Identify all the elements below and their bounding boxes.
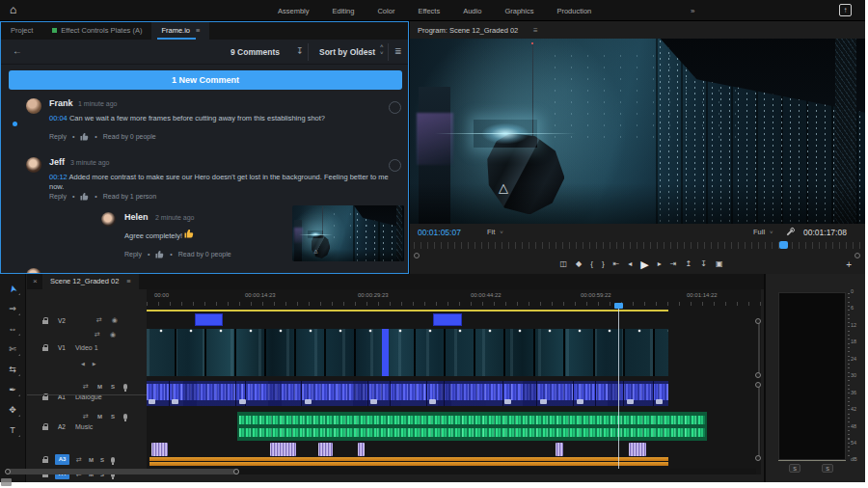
home-icon[interactable]: ⌂ (10, 3, 16, 16)
workspace-tab[interactable]: Production (556, 7, 591, 15)
scroll-handle[interactable] (755, 382, 761, 388)
sfx-clip[interactable] (270, 443, 296, 456)
track-header-a3[interactable]: A3 ⇄ M S (42, 454, 115, 465)
avatar[interactable] (26, 98, 41, 114)
resolve-checkbox[interactable] (389, 159, 401, 172)
lift-button[interactable]: ↥ (686, 258, 692, 271)
track-header-v1[interactable]: V1 Video 1 (42, 344, 98, 351)
voiceover-record-icon[interactable] (111, 457, 115, 463)
read-receipt[interactable]: Read by 0 people (178, 251, 231, 258)
playhead-handle[interactable] (614, 303, 623, 309)
workspace-tab[interactable]: Editing (333, 7, 355, 15)
horizontal-scrollbar-thumb[interactable] (6, 469, 239, 474)
track-header-a2[interactable]: A2 Music (42, 423, 93, 430)
scroll-handle[interactable] (755, 318, 761, 324)
mute-button[interactable]: M (97, 414, 102, 420)
reply-button[interactable]: Reply (49, 193, 67, 200)
panel-menu-icon[interactable]: ≡ (196, 26, 200, 35)
sequence-tab[interactable]: Scene 12_Graded 02≡ (42, 274, 139, 289)
solo-button[interactable]: S (100, 457, 104, 463)
eye-icon[interactable]: ◉ (110, 331, 116, 339)
voiceover-clip-bottom[interactable] (149, 462, 668, 466)
zoom-handle-right[interactable] (233, 469, 239, 474)
go-to-out-button[interactable]: ⇥ (670, 258, 677, 271)
sfx-clip[interactable] (556, 443, 563, 456)
panel-menu-icon[interactable]: ≡ (126, 277, 130, 285)
track-id[interactable]: A2 (58, 423, 66, 430)
track-header-v2[interactable]: V2 ⇄ ◉ (42, 316, 118, 324)
comment-author[interactable]: Frank (49, 98, 73, 108)
read-receipt[interactable]: Read by 1 person (103, 193, 156, 200)
comment-timecode-link[interactable]: 00:12 (49, 173, 68, 181)
step-back-button[interactable]: ◂ (628, 258, 632, 271)
quick-export-icon[interactable]: ↑ (839, 4, 852, 16)
timeline-track-area[interactable]: 00:0000:00:14:2300:00:29:2300:00:44:2200… (147, 289, 761, 474)
v1-video-clip-strip[interactable] (147, 329, 668, 376)
ripple-edit-tool[interactable]: ⇔ (5, 321, 21, 337)
close-icon[interactable]: × (33, 277, 38, 285)
lock-icon[interactable] (42, 320, 48, 324)
solo-button[interactable]: S (111, 414, 115, 420)
lock-icon[interactable] (42, 426, 48, 430)
like-icon[interactable] (155, 250, 164, 258)
music-audio-clip[interactable] (237, 412, 707, 441)
sync-lock-icon[interactable]: ⇄ (83, 383, 89, 391)
workspace-overflow-icon[interactable]: » (691, 7, 694, 15)
sync-lock-icon[interactable]: ⇄ (96, 316, 102, 324)
track-name[interactable]: Music (75, 423, 93, 430)
mute-button[interactable]: M (97, 384, 102, 390)
scroll-left-icon[interactable]: ◀ (81, 361, 85, 366)
play-button[interactable]: ▶ (640, 258, 648, 271)
comparison-view-button[interactable]: ◫ (560, 258, 568, 271)
sync-lock-icon[interactable]: ⇄ (76, 456, 82, 464)
comments-count[interactable]: 9 Comments (231, 47, 280, 57)
track-scroll-arrows[interactable]: ◀ ▶ (81, 361, 96, 366)
program-playhead-handle[interactable] (779, 241, 788, 249)
mark-in-button[interactable]: { (590, 258, 593, 271)
audio-vertical-scrollbar[interactable] (758, 387, 760, 456)
program-video-viewport[interactable]: △ (410, 39, 865, 224)
like-icon[interactable] (80, 192, 89, 201)
program-title[interactable]: Program: Scene 12_Graded 02 (418, 26, 518, 35)
video-vertical-scrollbar[interactable] (758, 323, 760, 375)
workspace-tab[interactable]: Effects (418, 7, 440, 15)
reply-button[interactable]: Reply (124, 251, 142, 258)
workspace-tab[interactable]: Graphics (504, 7, 533, 15)
resolve-checkbox[interactable] (389, 101, 401, 114)
download-comments-icon[interactable]: ↧ (296, 46, 304, 56)
comment-author[interactable]: Helen (124, 212, 149, 222)
selection-tool[interactable]: ➤ (5, 281, 21, 296)
button-editor-add[interactable]: + (840, 258, 857, 271)
hand-tool[interactable]: ✥ (5, 402, 21, 418)
new-comment-banner[interactable]: 1 New Comment (9, 70, 402, 90)
work-area-bar[interactable] (147, 310, 668, 312)
tab-frameio[interactable]: Frame.io≡ (151, 22, 209, 40)
solo-channel-right-button[interactable]: S (822, 464, 833, 473)
track-id[interactable]: V2 (58, 317, 66, 324)
scroll-handle[interactable] (755, 455, 761, 461)
lock-icon[interactable] (42, 347, 48, 351)
v2-clip[interactable] (195, 313, 223, 326)
sort-arrows-icon[interactable]: ˄˅ (380, 43, 384, 57)
razor-tool[interactable]: ✄ (5, 341, 21, 357)
lock-icon[interactable] (42, 459, 48, 463)
playback-resolution-dropdown[interactable]: Full˅ (753, 228, 773, 236)
solo-channel-left-button[interactable]: S (789, 464, 800, 473)
track-target-button[interactable]: A3 (55, 454, 69, 465)
mute-button[interactable]: M (89, 457, 94, 463)
add-marker-button[interactable]: ◆ (576, 258, 582, 271)
tab-project[interactable]: Project (1, 22, 42, 40)
eye-icon[interactable]: ◉ (112, 316, 118, 324)
avatar[interactable] (101, 212, 116, 227)
type-tool[interactable]: T (5, 422, 21, 438)
export-frame-button[interactable]: ▣ (716, 258, 723, 271)
pen-tool[interactable]: ✒ (5, 382, 21, 397)
scroll-right-icon[interactable]: ▶ (93, 361, 96, 366)
v2-clip[interactable] (433, 313, 462, 326)
workspace-tab[interactable]: Color (377, 7, 394, 15)
zoom-level-dropdown[interactable]: Fit˅ (487, 228, 503, 236)
program-current-timecode[interactable]: 00:01:05:07 (418, 228, 461, 237)
voiceover-clip-top[interactable] (149, 457, 668, 461)
track-select-forward-tool[interactable]: ⇒ (5, 301, 21, 316)
track-id[interactable]: V1 (58, 344, 66, 351)
